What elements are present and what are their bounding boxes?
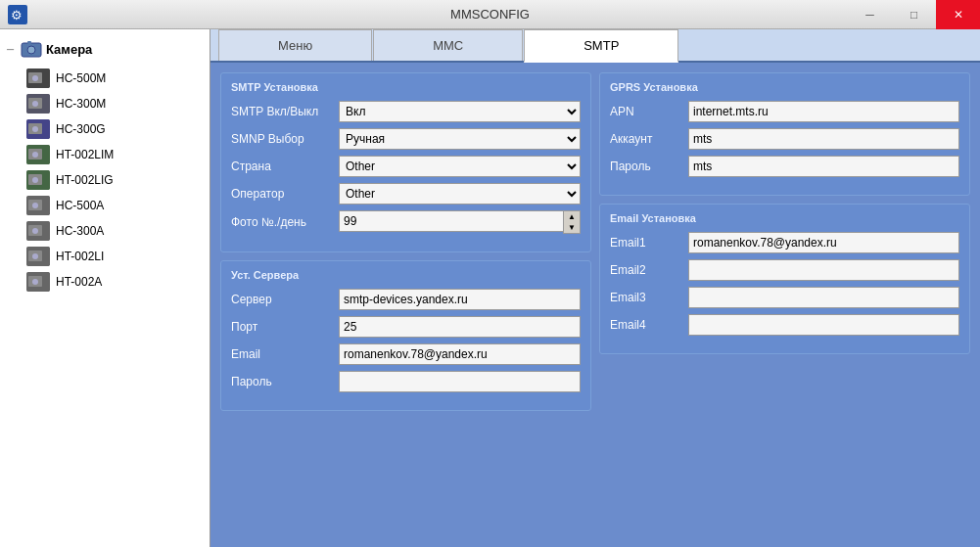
- svg-rect-28: [43, 198, 48, 213]
- operator-row: Оператор Other: [231, 183, 581, 205]
- device-list: HC-500M HC-300M HC-300G HT-002LIM HT-002…: [5, 66, 205, 295]
- device-thumb-hc300m: [26, 94, 50, 114]
- device-thumb-ht002lig: [26, 170, 50, 190]
- apn-row: APN: [610, 101, 959, 122]
- password-input[interactable]: [339, 371, 581, 392]
- app-icon: ⚙: [8, 5, 27, 24]
- email3-row: Email3: [610, 287, 959, 308]
- spin-down-button[interactable]: ▼: [564, 222, 580, 233]
- server-label: Сервер: [231, 293, 339, 306]
- photo-day-row: Фото №./день ▲ ▼: [231, 210, 581, 234]
- device-thumb-ht002lim: [26, 145, 50, 164]
- device-item-hc300m[interactable]: HC-300M: [24, 91, 205, 116]
- tab-mmc[interactable]: MMC: [373, 29, 523, 61]
- smtp-setup-group: SMTP Установка SMTP Вкл/Выкл ВклВыкл SMN…: [220, 72, 591, 252]
- account-label: Аккаунт: [610, 132, 688, 146]
- panel-right: GPRS Установка APN Аккаунт Пароль: [599, 72, 970, 537]
- device-item-ht002lim[interactable]: HT-002LIM: [24, 142, 205, 167]
- device-label-hc500m: HC-500M: [56, 71, 106, 85]
- smnp-select-label: SMNP Выбор: [231, 132, 339, 146]
- svg-rect-20: [43, 147, 48, 162]
- apn-label: APN: [610, 105, 688, 118]
- country-select[interactable]: Other: [339, 156, 581, 177]
- tab-menu[interactable]: Меню: [218, 29, 372, 61]
- email4-label: Email4: [610, 318, 688, 332]
- content-area: Меню MMC SMTP SMTP Установка SMTP Вкл/Вы…: [210, 29, 980, 547]
- device-item-hc500m[interactable]: HC-500M: [24, 66, 205, 91]
- photo-day-label: Фото №./день: [231, 215, 339, 229]
- device-thumb-hc500a: [26, 196, 50, 215]
- email3-label: Email3: [610, 291, 688, 304]
- port-input[interactable]: [339, 316, 581, 338]
- password-row: Пароль: [231, 371, 581, 392]
- svg-rect-12: [43, 96, 48, 112]
- minimize-button[interactable]: ─: [848, 0, 892, 29]
- svg-point-15: [32, 126, 38, 132]
- email1-row: Email1: [610, 232, 959, 253]
- svg-point-39: [32, 279, 38, 285]
- svg-rect-16: [43, 121, 48, 137]
- server-input[interactable]: [339, 289, 581, 310]
- device-thumb-ht002li: [26, 247, 50, 266]
- gprs-setup-group: GPRS Установка APN Аккаунт Пароль: [599, 72, 970, 196]
- smtp-onoff-select[interactable]: ВклВыкл: [339, 101, 581, 122]
- country-label: Страна: [231, 160, 339, 173]
- restore-button[interactable]: □: [892, 0, 936, 29]
- panels: SMTP Установка SMTP Вкл/Выкл ВклВыкл SMN…: [210, 63, 980, 547]
- svg-text:⚙: ⚙: [11, 8, 23, 23]
- operator-select[interactable]: Other: [339, 183, 581, 205]
- device-thumb-hc300g: [26, 119, 50, 139]
- smnp-select-dropdown[interactable]: РучнаяАвто: [339, 128, 581, 150]
- country-row: Страна Other: [231, 156, 581, 177]
- camera-root-icon: [21, 38, 42, 60]
- svg-rect-4: [27, 41, 31, 44]
- app-title: MMSCONFIG: [450, 7, 530, 22]
- operator-label: Оператор: [231, 187, 339, 201]
- device-label-hc300a: HC-300A: [56, 224, 104, 238]
- email-input[interactable]: [339, 343, 581, 365]
- tree-root[interactable]: ─ Камера: [5, 34, 205, 64]
- password-label: Пароль: [231, 375, 339, 388]
- svg-point-19: [32, 152, 38, 158]
- email2-input[interactable]: [688, 259, 959, 281]
- smtp-setup-title: SMTP Установка: [231, 81, 581, 93]
- email3-input[interactable]: [688, 287, 959, 308]
- gprs-password-input[interactable]: [688, 156, 959, 177]
- server-setup-title: Уст. Сервера: [231, 269, 581, 281]
- tree-expand-icon: ─: [7, 44, 17, 55]
- device-item-hc300g[interactable]: HC-300G: [24, 116, 205, 142]
- sidebar: ─ Камера HC-500M HC-300M HC-300G: [0, 29, 210, 547]
- email4-input[interactable]: [688, 314, 959, 336]
- svg-point-7: [32, 75, 38, 81]
- svg-rect-40: [43, 274, 48, 290]
- device-label-hc300g: HC-300G: [56, 122, 106, 136]
- server-row: Сервер: [231, 289, 581, 310]
- device-label-ht002a: HT-002A: [56, 275, 102, 289]
- svg-point-3: [27, 46, 35, 54]
- device-label-hc500a: HC-500A: [56, 199, 104, 212]
- server-setup-group: Уст. Сервера Сервер Порт Email: [220, 260, 591, 411]
- tab-smtp[interactable]: SMTP: [524, 29, 678, 63]
- device-item-ht002lig[interactable]: HT-002LIG: [24, 167, 205, 193]
- close-button[interactable]: ✕: [936, 0, 980, 29]
- photo-day-input[interactable]: [339, 210, 563, 232]
- svg-rect-8: [43, 70, 48, 86]
- svg-rect-36: [43, 249, 48, 264]
- device-item-ht002li[interactable]: HT-002LI: [24, 244, 205, 269]
- device-item-hc500a[interactable]: HC-500A: [24, 193, 205, 218]
- apn-input[interactable]: [688, 101, 959, 122]
- device-item-ht002a[interactable]: HT-002A: [24, 269, 205, 295]
- smnp-select-row: SMNP Выбор РучнаяАвто: [231, 128, 581, 150]
- svg-rect-32: [43, 223, 48, 239]
- device-item-hc300a[interactable]: HC-300A: [24, 218, 205, 244]
- device-thumb-hc300a: [26, 221, 50, 241]
- email1-input[interactable]: [688, 232, 959, 253]
- spin-up-button[interactable]: ▲: [564, 211, 580, 222]
- panel-left: SMTP Установка SMTP Вкл/Выкл ВклВыкл SMN…: [220, 72, 591, 537]
- svg-point-27: [32, 203, 38, 208]
- svg-point-35: [32, 253, 38, 259]
- account-input[interactable]: [688, 128, 959, 150]
- email-label: Email: [231, 347, 339, 361]
- port-row: Порт: [231, 316, 581, 338]
- tree-root-label: Камера: [46, 42, 92, 57]
